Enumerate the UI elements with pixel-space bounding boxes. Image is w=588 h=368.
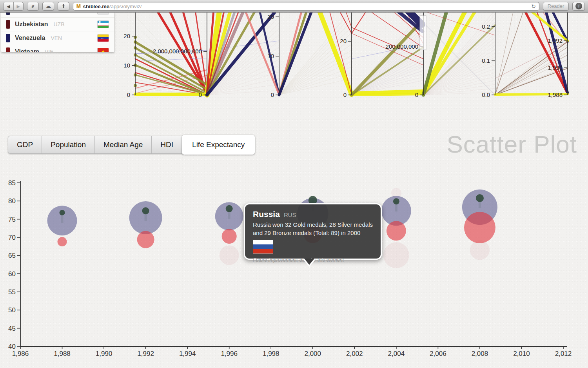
- svg-text:1,986: 1,986: [12, 350, 29, 357]
- download-icon: ↓: [575, 3, 582, 9]
- svg-text:40: 40: [8, 343, 16, 350]
- tooltip-country-name: Russia: [253, 210, 280, 219]
- bubble-dot-2008[interactable]: [476, 194, 484, 202]
- bubble-red-1992[interactable]: [137, 231, 154, 248]
- svg-text:1,988: 1,988: [54, 350, 71, 357]
- country-flag-icon: [97, 34, 109, 42]
- downloads-button[interactable]: ↓: [572, 2, 585, 11]
- svg-text:2,006: 2,006: [430, 350, 446, 357]
- svg-text:45: 45: [8, 325, 16, 332]
- refresh-icon[interactable]: ↻: [531, 3, 536, 9]
- scatter-chart: 858075706560555045401,9861,9881,9901,992…: [0, 0, 588, 368]
- url-field[interactable]: M shiblee.me/apps/olymviz/ ↻: [73, 2, 539, 11]
- country-name: Uzbekistan: [15, 21, 48, 28]
- svg-text:65: 65: [8, 252, 16, 259]
- svg-text:70: 70: [8, 234, 16, 241]
- bubble-red-1988[interactable]: [58, 237, 67, 246]
- back-icon[interactable]: ◀: [4, 2, 14, 10]
- tab-population[interactable]: Population: [42, 136, 95, 153]
- russia-tooltip: Russia RUS Russia won 32 Gold medals, 28…: [244, 203, 382, 260]
- country-color-swatch: [6, 47, 10, 52]
- nav-back-forward[interactable]: ◀ ▶: [3, 2, 24, 11]
- svg-text:1,994: 1,994: [179, 350, 196, 357]
- country-color-swatch: [6, 34, 10, 42]
- bubble-dot-1988[interactable]: [60, 210, 65, 215]
- e-swirl-icon: e: [31, 3, 34, 10]
- svg-text:2,012: 2,012: [555, 350, 572, 357]
- russia-flag: [253, 240, 273, 254]
- svg-text:2,002: 2,002: [346, 350, 363, 357]
- forward-icon[interactable]: ▶: [14, 2, 24, 10]
- country-name: Venezuela: [15, 35, 45, 42]
- svg-text:2,008: 2,008: [472, 350, 488, 357]
- country-list-panel: UzbekistanUZBVenezuelaVENVietnamVIE: [1, 13, 114, 52]
- svg-text:1,998: 1,998: [263, 350, 279, 357]
- svg-text:80: 80: [8, 197, 16, 205]
- bubble-red-2004[interactable]: [387, 221, 406, 240]
- country-rows: UzbekistanUZBVenezuelaVENVietnamVIE: [1, 13, 114, 52]
- url-path: /apps/olymviz/: [109, 4, 142, 9]
- reader-button[interactable]: Reader: [543, 2, 569, 11]
- bubble-dot-1992[interactable]: [142, 207, 149, 214]
- tab-gdp[interactable]: GDP: [8, 136, 42, 153]
- site-favicon: M: [76, 3, 81, 9]
- country-color-swatch: [6, 13, 10, 15]
- bubble-red-2008[interactable]: [464, 212, 495, 243]
- svg-text:2,000: 2,000: [304, 350, 321, 357]
- browser-toolbar: ◀ ▶ e ☁ ⬆ M shiblee.me/apps/olymviz/ ↻ R…: [0, 0, 588, 13]
- e-swirl-button[interactable]: e: [27, 2, 39, 11]
- country-flag-icon: [97, 20, 109, 28]
- share-icon: ⬆: [62, 3, 66, 9]
- svg-text:1,996: 1,996: [221, 350, 238, 357]
- country-code: UZB: [53, 21, 64, 27]
- country-code: VIE: [45, 49, 54, 52]
- svg-text:1,992: 1,992: [137, 350, 154, 357]
- tooltip-country-code: RUS: [284, 211, 296, 218]
- cloud-icon: ☁: [45, 4, 51, 8]
- svg-text:2,004: 2,004: [388, 350, 405, 357]
- tab-life-expectancy[interactable]: Life Expectancy: [182, 135, 255, 155]
- svg-text:1,990: 1,990: [96, 350, 113, 357]
- tab-median-age[interactable]: Median Age: [95, 136, 152, 153]
- tab-hdi[interactable]: HDI: [152, 136, 182, 153]
- bubble-dot-2004[interactable]: [393, 198, 399, 204]
- country-row-uzbekistan[interactable]: UzbekistanUZB: [1, 18, 114, 31]
- country-color-swatch: [6, 20, 10, 29]
- country-flag-icon: [97, 13, 109, 15]
- bubble-dot-1996[interactable]: [226, 205, 233, 212]
- icloud-tabs-button[interactable]: ☁: [42, 2, 54, 11]
- country-name: Vietnam: [15, 48, 39, 52]
- svg-text:60: 60: [8, 270, 16, 278]
- tooltip-medal-summary: Russia won 32 Gold medals, 28 Silver med…: [253, 220, 374, 237]
- svg-text:50: 50: [8, 306, 16, 314]
- svg-text:2,010: 2,010: [513, 350, 530, 357]
- country-flag-icon: [97, 48, 109, 52]
- svg-text:75: 75: [8, 216, 16, 223]
- metric-tabbar: GDPPopulationMedian AgeHDILife Expectanc…: [8, 136, 255, 154]
- bubble-red-1996[interactable]: [222, 229, 237, 244]
- country-row-vietnam[interactable]: VietnamVIE: [1, 45, 114, 52]
- url-host: shiblee.me: [83, 4, 109, 9]
- country-row[interactable]: [1, 13, 114, 18]
- share-button[interactable]: ⬆: [58, 2, 69, 11]
- svg-text:85: 85: [8, 179, 16, 187]
- country-row-venezuela[interactable]: VenezuelaVEN: [1, 31, 114, 45]
- svg-text:55: 55: [8, 288, 16, 296]
- country-code: VEN: [51, 35, 62, 41]
